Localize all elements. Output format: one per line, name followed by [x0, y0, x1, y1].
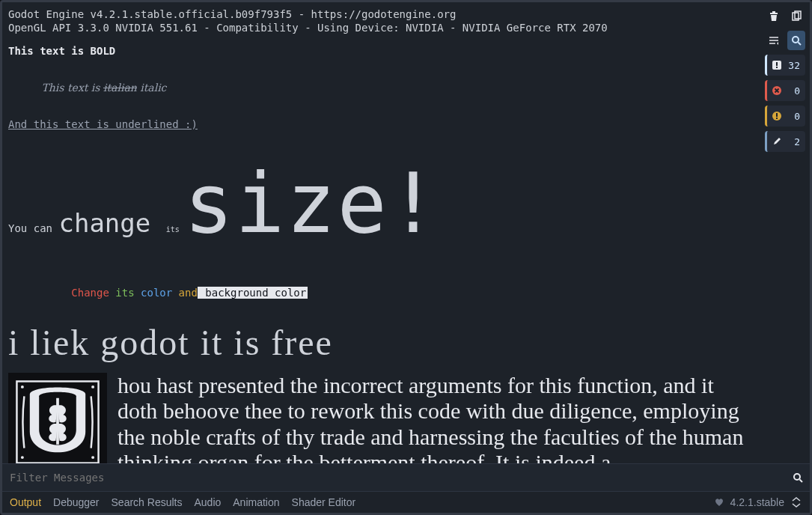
- editor-count: 2: [787, 136, 800, 147]
- svg-rect-10: [776, 62, 778, 66]
- version-text: 4.2.1.stable: [730, 496, 784, 508]
- svg-rect-14: [776, 113, 778, 117]
- italic-post: italic: [137, 82, 167, 94]
- output-wrap: Godot Engine v4.2.1.stable.official.b09f…: [2, 2, 760, 463]
- log-italic-line: This text is italian italic: [8, 69, 751, 109]
- color-word-yellow: and: [172, 287, 198, 299]
- svg-point-16: [794, 474, 800, 480]
- tab-audio[interactable]: Audio: [194, 496, 221, 508]
- svg-point-2: [21, 385, 24, 388]
- filter-input[interactable]: [8, 467, 787, 488]
- italic-strike: italian: [103, 82, 137, 94]
- filter-search-icon[interactable]: [792, 472, 804, 484]
- svg-point-8: [793, 37, 799, 43]
- log-blackletter-text: hou hast presented the incorrect argumen…: [117, 373, 751, 464]
- tab-debugger[interactable]: Debugger: [53, 496, 100, 508]
- output-sidebar: 32 0 0 2: [760, 2, 810, 463]
- log-color-line: Change its color and background color: [8, 273, 751, 313]
- color-word-red: Change: [71, 287, 109, 299]
- warnings-count: 0: [787, 111, 800, 122]
- log-line: OpenGL API 3.3.0 NVIDIA 551.61 - Compati…: [8, 22, 751, 35]
- log-blackletter-block: hou hast presented the incorrect argumen…: [8, 373, 751, 464]
- heart-icon: [714, 497, 724, 508]
- color-word-green: its: [109, 287, 135, 299]
- error-icon: [772, 85, 782, 97]
- tab-shader-editor[interactable]: Shader Editor: [292, 496, 356, 508]
- tab-animation[interactable]: Animation: [233, 496, 279, 508]
- log-bold-line: This text is BOLD: [8, 45, 751, 58]
- filter-bar: [2, 463, 810, 491]
- copy-output-button[interactable]: [787, 7, 805, 26]
- errors-count: 0: [787, 85, 800, 97]
- status-version: 4.2.1.stable: [714, 496, 802, 508]
- log-size-line: You can change its size!: [8, 153, 751, 256]
- expand-panel-icon[interactable]: [790, 496, 802, 508]
- toggle-search-button[interactable]: [787, 31, 805, 50]
- filter-warnings-button[interactable]: 0: [765, 106, 805, 127]
- size-part-2: change: [58, 208, 165, 238]
- log-line: Godot Engine v4.2.1.stable.official.b09f…: [8, 8, 751, 22]
- filter-messages-button[interactable]: 32: [765, 55, 805, 76]
- tab-output[interactable]: Output: [10, 496, 41, 508]
- output-log[interactable]: Godot Engine v4.2.1.stable.official.b09f…: [2, 2, 756, 463]
- toggle-wrap-button[interactable]: [765, 31, 783, 50]
- svg-point-5: [91, 456, 94, 459]
- color-word-blue: color: [135, 287, 173, 299]
- warning-icon: [772, 110, 782, 122]
- size-part-3: its: [166, 225, 184, 234]
- size-part-4: size!: [184, 156, 439, 252]
- filter-editor-button[interactable]: 2: [765, 131, 805, 152]
- log-handwriting-line: i liek godot it is free: [8, 320, 751, 365]
- messages-count: 32: [787, 60, 800, 71]
- color-word-bg: background color: [198, 287, 308, 299]
- clear-output-button[interactable]: [765, 7, 783, 26]
- italic-pre: This text is: [42, 82, 103, 94]
- tab-search-results[interactable]: Search Results: [112, 496, 183, 508]
- svg-point-4: [21, 456, 24, 459]
- svg-rect-15: [776, 118, 778, 119]
- editor-icon: [772, 135, 782, 147]
- dropcap-image: [8, 373, 107, 464]
- size-part-1: You can: [8, 222, 58, 234]
- bottom-tabs: Output Debugger Search Results Audio Ani…: [2, 491, 810, 513]
- output-panel: Godot Engine v4.2.1.stable.official.b09f…: [0, 0, 812, 515]
- filter-errors-button[interactable]: 0: [765, 80, 805, 101]
- messages-icon: [772, 59, 782, 71]
- svg-point-3: [91, 385, 94, 388]
- panel-body: Godot Engine v4.2.1.stable.official.b09f…: [2, 2, 810, 463]
- svg-rect-11: [776, 67, 778, 68]
- log-underline-line: And this text is underlined :): [8, 118, 751, 132]
